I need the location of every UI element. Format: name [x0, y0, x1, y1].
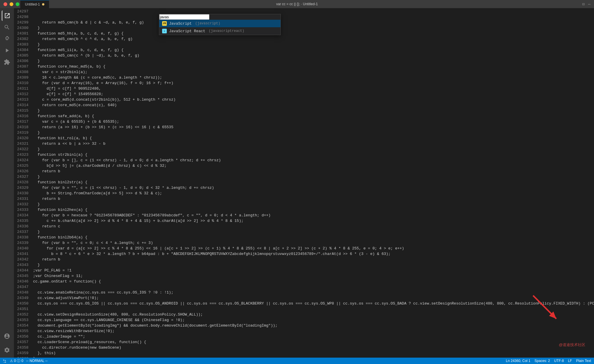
- run-icon[interactable]: [2, 45, 12, 56]
- split-editor-icon[interactable]: ⊟: [582, 2, 584, 7]
- git-branch[interactable]: [3, 359, 7, 363]
- encoding[interactable]: UTF-8: [554, 359, 564, 363]
- line-number: 24345: [14, 273, 28, 279]
- code-line: cc.LoaderScene.preload(g_resources, func…: [33, 339, 594, 345]
- active-tab[interactable]: Untitled-1: [20, 0, 49, 8]
- line-number: 24318: [14, 124, 28, 130]
- code-line: return md5_cmn(b ^ c ^ d, a, b, e, f, g): [33, 36, 594, 42]
- line-number: 24334: [14, 213, 28, 218]
- window-title: var cc = cc || {}; · Untitled-1: [276, 2, 318, 6]
- line-number: 24340: [14, 246, 28, 251]
- source-control-icon[interactable]: [2, 34, 12, 44]
- autocomplete-item-javascript[interactable]: JS JavaScript (javascript): [159, 20, 280, 27]
- code-line: for (var b = "", c = 0; c < 4 * a.length…: [33, 240, 594, 246]
- explorer-icon[interactable]: [2, 10, 12, 21]
- code-line: cc.view.adjustViewPort(!0);: [33, 295, 594, 301]
- traffic-lights: [3, 2, 19, 6]
- line-number: 24317: [14, 119, 28, 124]
- code-editor[interactable]: return md5_cmn(b & d | c & ~d, a, b, e, …: [31, 8, 594, 358]
- line-number: 24327: [14, 174, 28, 180]
- activity-bar: [0, 8, 14, 358]
- ac-detail-javascript: (javascript): [195, 21, 220, 26]
- code-container[interactable]: 2429724298242992430024301243022430324304…: [14, 8, 594, 358]
- code-line: for (var b = [], c = (1 << chrsz) - 1, d…: [33, 157, 594, 163]
- line-number: 24297: [14, 9, 28, 14]
- more-actions-icon[interactable]: ⋯: [588, 2, 591, 7]
- line-number: 24319: [14, 130, 28, 135]
- line-number: 24299: [14, 20, 28, 25]
- ac-detail-react: (javascriptreact): [209, 29, 244, 33]
- line-number: 24324: [14, 157, 28, 163]
- code-line: return md5_cmn(b & d | c & ~d, a, b, e, …: [33, 20, 594, 25]
- code-line: for (var b = hexcase ? "0123456789ABCDEF…: [33, 213, 594, 218]
- code-line: cc._loaderImage = "";: [33, 334, 594, 339]
- maximize-button[interactable]: [16, 2, 19, 6]
- code-line: ;var PC_FLAG = !1: [33, 268, 594, 273]
- code-line: return (a >> 16) + (b >> 16) + (c >> 16)…: [33, 124, 594, 130]
- minimize-button[interactable]: [10, 2, 13, 6]
- line-number: 24339: [14, 240, 28, 246]
- line-number: 24321: [14, 141, 28, 146]
- line-number: 24349: [14, 295, 28, 301]
- line-number: 24333: [14, 207, 28, 213]
- code-line: function bit_rol(a, b) {: [33, 135, 594, 141]
- line-number: 24348: [14, 290, 28, 295]
- line-number: 24331: [14, 196, 28, 202]
- account-icon[interactable]: [2, 331, 12, 341]
- code-line: function binl2str(a) {: [33, 180, 594, 185]
- line-number: 24356: [14, 334, 28, 339]
- search-icon[interactable]: [2, 22, 12, 32]
- extensions-icon[interactable]: [2, 57, 12, 67]
- line-number: 24330: [14, 191, 28, 196]
- line-number: 24335: [14, 218, 28, 224]
- editor-area: JS JavaScript (javascript) ⚛ JavaScript …: [14, 8, 594, 358]
- code-line: }: [33, 174, 594, 180]
- code-line: return b: [33, 257, 594, 262]
- code-line: [33, 284, 594, 290]
- line-number: 24359: [14, 350, 28, 356]
- code-line: }, this): [33, 350, 594, 356]
- code-line: return core_md5(e.concat(c), 640): [33, 102, 594, 108]
- code-line: }: [33, 146, 594, 152]
- code-line: cc.game.onStart = function() {: [33, 279, 594, 284]
- code-line: }: [33, 108, 594, 113]
- indentation[interactable]: Spaces: 2: [535, 359, 550, 363]
- code-line: return a << b | a >>> 32 - b: [33, 141, 594, 146]
- code-line: 16 < c.length && (c = core_md5(c, a.leng…: [33, 75, 594, 80]
- code-line: var c = (a & 65535) + (b & 65535);: [33, 119, 594, 124]
- status-left: ⚠ 0 ⓘ 0 -- NORMAL --: [3, 358, 48, 363]
- autocomplete-input[interactable]: [159, 14, 209, 20]
- tab-label: Untitled-1: [25, 2, 40, 6]
- code-line: for (var d = (a[c >> 2] >> c % 4 * 8 & 2…: [33, 246, 594, 251]
- settings-icon[interactable]: [2, 345, 12, 355]
- line-number: 24316: [14, 113, 28, 119]
- autocomplete-item-react[interactable]: ⚛ JavaScript React (javascriptreact): [159, 27, 280, 35]
- line-number: 24336: [14, 224, 28, 229]
- line-number: 24350: [14, 301, 28, 306]
- code-line: }: [33, 229, 594, 235]
- line-number: 24323: [14, 152, 28, 157]
- status-bar: ⚠ 0 ⓘ 0 -- NORMAL -- Ln 24360, Col 1 Spa…: [0, 358, 594, 364]
- line-number: 24306: [14, 58, 28, 64]
- line-number: 24305: [14, 53, 28, 58]
- line-number: 24332: [14, 202, 28, 207]
- line-number: 24315: [14, 108, 28, 113]
- line-ending[interactable]: LF: [568, 359, 572, 363]
- code-line: d[f] = c[f] ^ 909522486,: [33, 86, 594, 91]
- vim-mode: -- NORMAL --: [26, 359, 48, 363]
- cursor-position[interactable]: Ln 24360, Col 1: [506, 359, 530, 363]
- language-mode[interactable]: Plain Text: [576, 359, 591, 363]
- code-line: cc.view.enableRetina(cc.sys.os === cc.sy…: [33, 290, 594, 295]
- errors-warnings[interactable]: ⚠ 0 ⓘ 0: [10, 358, 23, 363]
- close-button[interactable]: [3, 2, 7, 6]
- code-line: }: [33, 25, 594, 31]
- code-line: return c: [33, 224, 594, 229]
- code-line: }: [33, 130, 594, 135]
- line-number: 24302: [14, 36, 28, 42]
- code-line: }: [33, 202, 594, 207]
- line-number: 24352: [14, 312, 28, 317]
- line-number: 24322: [14, 146, 28, 152]
- line-number: 24355: [14, 328, 28, 334]
- line-number: 24343: [14, 262, 28, 268]
- code-line: }: [33, 356, 594, 358]
